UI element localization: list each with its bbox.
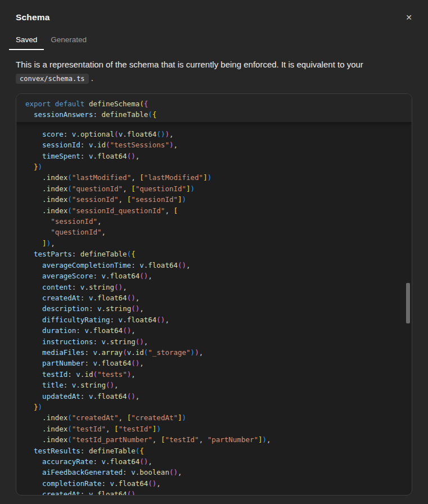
code-line: testParts: defineTable({ xyxy=(25,249,403,259)
code-line: timeSpent: v.float64(), xyxy=(25,151,403,161)
code-line: createdAt: v.float64(), xyxy=(25,489,403,496)
code-line: averageCompletionTime: v.float64(), xyxy=(25,260,403,271)
code-line: "sessionId", xyxy=(25,216,403,227)
sticky-code-header: export default defineSchema({ sessionAns… xyxy=(16,94,412,123)
code-line: sessionAnswers: defineTable({ xyxy=(25,109,403,120)
code-line: duration: v.float64(), xyxy=(25,325,403,336)
code-line: aiFeedbackGenerated: v.boolean(), xyxy=(25,467,403,478)
code-line: accuracyRate: v.float64(), xyxy=(25,456,403,467)
code-line: description: v.string(), xyxy=(25,303,403,314)
code-line: testId: v.id("tests"), xyxy=(25,369,403,380)
code-line: partNumber: v.float64(), xyxy=(25,358,403,368)
code-line: export default defineSchema({ xyxy=(25,98,403,109)
code-line: mediaFiles: v.array(v.id("_storage")), xyxy=(25,347,403,358)
code-line: .index("createdAt", ["createdAt"]) xyxy=(25,412,403,423)
close-icon[interactable]: ✕ xyxy=(406,12,412,22)
code-line: }) xyxy=(25,161,403,172)
code-line: instructions: v.string(), xyxy=(25,336,403,347)
panel-header: Schema ✕ xyxy=(16,12,412,22)
code-panel: export default defineSchema({ sessionAns… xyxy=(16,93,412,496)
code-line: completionRate: v.float64(), xyxy=(25,478,403,489)
tab-saved[interactable]: Saved xyxy=(9,30,44,50)
schema-panel: Schema ✕ Saved Generated This is a repre… xyxy=(0,0,428,504)
code-line: .index("testId", ["testId"]) xyxy=(25,424,403,434)
page-title: Schema xyxy=(16,12,50,22)
description-text: This is a representation of the schema t… xyxy=(16,60,363,69)
description: This is a representation of the schema t… xyxy=(16,58,412,85)
code-line: }) xyxy=(25,402,403,412)
description-period: . xyxy=(89,73,93,83)
code-line: sessionId: v.id("testSessions"), xyxy=(25,140,403,150)
code-body: score: v.optional(v.float64()), sessionI… xyxy=(16,125,412,496)
code-line: createdAt: v.float64(), xyxy=(25,292,403,303)
code-line: averageScore: v.float64(), xyxy=(25,271,403,281)
code-line: .index("sessionId_questionId", [ xyxy=(25,205,403,216)
tab-generated[interactable]: Generated xyxy=(44,30,93,50)
inline-code-chip: convex/schema.ts xyxy=(16,74,89,84)
scrollbar-thumb[interactable] xyxy=(406,283,410,323)
code-line: testResults: defineTable({ xyxy=(25,446,403,456)
code-line: updatedAt: v.float64(), xyxy=(25,391,403,402)
code-line: .index("questionId", ["questionId"]) xyxy=(25,183,403,194)
code-line: "questionId", xyxy=(25,227,403,237)
tab-bar: Saved Generated xyxy=(16,30,412,50)
code-line: .index("lastModified", ["lastModified"]) xyxy=(25,172,403,183)
code-line: .index("sessionId", ["sessionId"]) xyxy=(25,194,403,205)
code-line: score: v.optional(v.float64()), xyxy=(25,129,403,140)
code-line: content: v.string(), xyxy=(25,282,403,292)
code-line: difficultyRating: v.float64(), xyxy=(25,314,403,325)
code-line: title: v.string(), xyxy=(25,380,403,390)
code-line: .index("testId_partNumber", ["testId", "… xyxy=(25,434,403,445)
code-line: ]), xyxy=(25,238,403,249)
